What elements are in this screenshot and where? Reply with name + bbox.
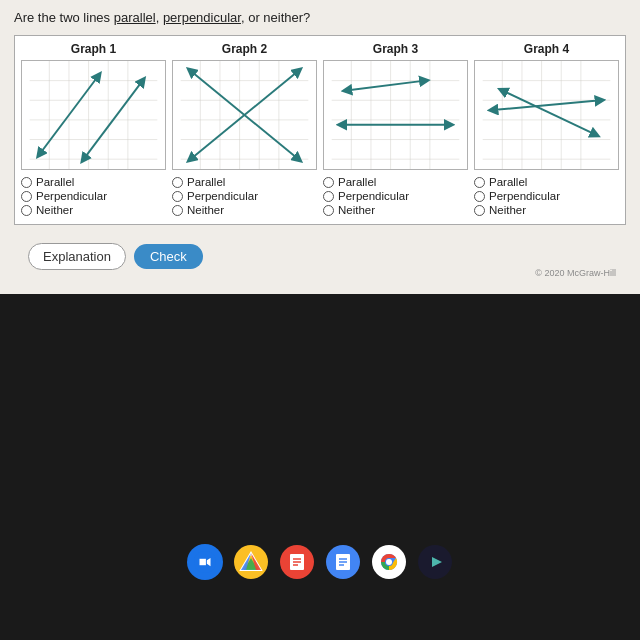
graph-2-column: Graph 2 xyxy=(172,42,317,218)
graph-4-column: Graph 4 xyxy=(474,42,619,218)
svg-line-46 xyxy=(493,100,601,110)
graph-2-perpendicular-label: Perpendicular xyxy=(187,190,258,202)
graph-1-perpendicular-radio[interactable] xyxy=(21,191,32,202)
graph-4-neither-radio[interactable] xyxy=(474,205,485,216)
graph-3-box xyxy=(323,60,468,170)
graph-3-neither-option[interactable]: Neither xyxy=(323,204,468,216)
youtube-icon[interactable] xyxy=(417,544,453,580)
taskbar xyxy=(187,544,453,580)
graph-4-title: Graph 4 xyxy=(474,42,619,56)
question-text: Are the two lines parallel, perpendicula… xyxy=(14,10,626,25)
explanation-button[interactable]: Explanation xyxy=(28,243,126,270)
graph-1-parallel-option[interactable]: Parallel xyxy=(21,176,166,188)
graph-3-column: Graph 3 xyxy=(323,42,468,218)
graph-1-box xyxy=(21,60,166,170)
svg-line-47 xyxy=(502,90,595,134)
graph-2-options: Parallel Perpendicular Neither xyxy=(172,176,317,218)
graph-2-neither-option[interactable]: Neither xyxy=(172,204,317,216)
graph-4-options: Parallel Perpendicular Neither xyxy=(474,176,619,218)
graph-4-neither-option[interactable]: Neither xyxy=(474,204,619,216)
check-button[interactable]: Check xyxy=(134,244,203,269)
graph-3-parallel-radio[interactable] xyxy=(323,177,334,188)
graph-1-column: Graph 1 xyxy=(21,42,166,218)
graph-4-parallel-option[interactable]: Parallel xyxy=(474,176,619,188)
graph-3-perpendicular-option[interactable]: Perpendicular xyxy=(323,190,468,202)
graph-3-neither-label: Neither xyxy=(338,204,375,216)
graph-2-neither-label: Neither xyxy=(187,204,224,216)
google-meet-icon[interactable] xyxy=(187,544,223,580)
graph-4-parallel-radio[interactable] xyxy=(474,177,485,188)
graph-1-perpendicular-option[interactable]: Perpendicular xyxy=(21,190,166,202)
bottom-section: Explanation Check © 2020 McGraw-Hill xyxy=(14,233,626,280)
graph-3-options: Parallel Perpendicular Neither xyxy=(323,176,468,218)
graph-1-title: Graph 1 xyxy=(21,42,166,56)
graphs-container: Graph 1 xyxy=(14,35,626,225)
graph-2-parallel-radio[interactable] xyxy=(172,177,183,188)
graph-3-perpendicular-radio[interactable] xyxy=(323,191,334,202)
graph-3-parallel-label: Parallel xyxy=(338,176,376,188)
graph-3-parallel-option[interactable]: Parallel xyxy=(323,176,468,188)
dark-area xyxy=(0,294,640,640)
graph-1-neither-label: Neither xyxy=(36,204,73,216)
graph-1-neither-option[interactable]: Neither xyxy=(21,204,166,216)
graph-1-parallel-label: Parallel xyxy=(36,176,74,188)
graph-4-box xyxy=(474,60,619,170)
graph-2-parallel-label: Parallel xyxy=(187,176,225,188)
graph-4-perpendicular-label: Perpendicular xyxy=(489,190,560,202)
graph-2-perpendicular-option[interactable]: Perpendicular xyxy=(172,190,317,202)
graph-2-neither-radio[interactable] xyxy=(172,205,183,216)
graph-1-perpendicular-label: Perpendicular xyxy=(36,190,107,202)
copyright-text: © 2020 McGraw-Hill xyxy=(535,268,616,278)
graph-1-neither-radio[interactable] xyxy=(21,205,32,216)
google-chrome-icon[interactable] xyxy=(371,544,407,580)
google-docs-blue-icon[interactable] xyxy=(325,544,361,580)
graph-2-box xyxy=(172,60,317,170)
google-drive-icon[interactable] xyxy=(233,544,269,580)
graph-3-perpendicular-label: Perpendicular xyxy=(338,190,409,202)
graph-2-parallel-option[interactable]: Parallel xyxy=(172,176,317,188)
graph-4-perpendicular-radio[interactable] xyxy=(474,191,485,202)
svg-point-66 xyxy=(386,559,392,565)
graph-4-neither-label: Neither xyxy=(489,204,526,216)
graph-2-perpendicular-radio[interactable] xyxy=(172,191,183,202)
google-docs-icon[interactable] xyxy=(279,544,315,580)
bottom-bar: Explanation Check xyxy=(14,233,626,280)
svg-line-34 xyxy=(346,81,425,91)
graph-3-title: Graph 3 xyxy=(323,42,468,56)
graph-1-parallel-radio[interactable] xyxy=(21,177,32,188)
graph-1-options: Parallel Perpendicular Neither xyxy=(21,176,166,218)
graph-4-parallel-label: Parallel xyxy=(489,176,527,188)
graph-2-title: Graph 2 xyxy=(172,42,317,56)
graph-3-neither-radio[interactable] xyxy=(323,205,334,216)
graph-4-perpendicular-option[interactable]: Perpendicular xyxy=(474,190,619,202)
